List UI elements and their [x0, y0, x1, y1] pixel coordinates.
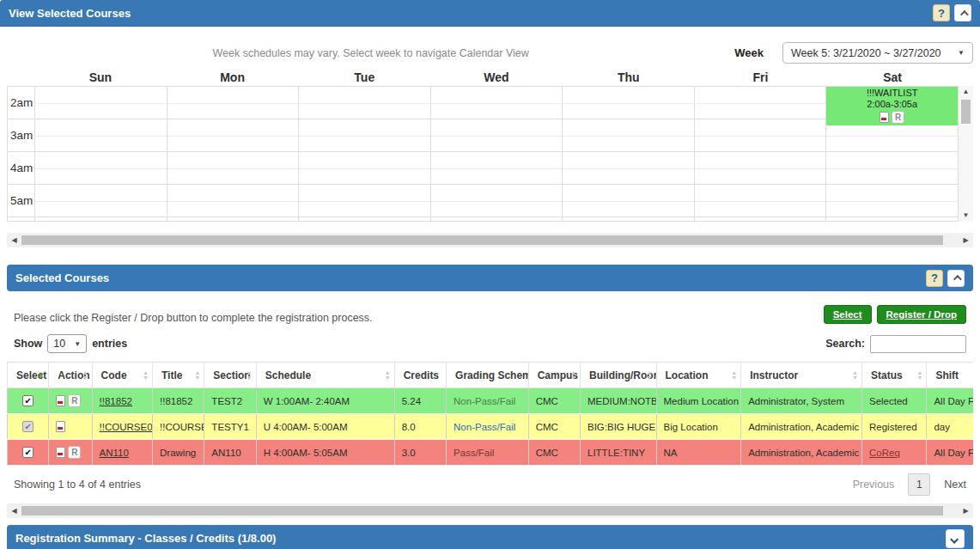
column-header-section[interactable]: Section▲▼	[204, 363, 256, 388]
calendar-cell-mon[interactable]	[167, 119, 300, 152]
calendar-vertical-scrollbar[interactable]: ▲ ▼	[959, 86, 973, 222]
calendar-cell-sun[interactable]	[35, 119, 167, 152]
section-cell: TEST2	[204, 388, 256, 414]
calendar-cell-mon[interactable]	[167, 217, 300, 222]
calendar-horizontal-scrollbar[interactable]: ◀ ▶	[7, 233, 973, 247]
column-header-credits[interactable]: Credits	[394, 363, 446, 388]
row-checkbox[interactable]: ✔	[22, 395, 33, 406]
scroll-right-icon[interactable]: ▶	[959, 505, 973, 517]
help-button[interactable]: ?	[933, 4, 950, 21]
drop-document-icon[interactable]	[56, 447, 65, 458]
calendar-cell-thu[interactable]	[563, 152, 695, 185]
scroll-left-icon[interactable]: ◀	[7, 235, 21, 247]
calendar-cell-sat[interactable]	[826, 217, 959, 222]
column-header-grading-scheme[interactable]: Grading Scheme	[447, 363, 529, 388]
grading-scheme-link[interactable]: Non-Pass/Fail	[453, 422, 515, 432]
previous-page-button[interactable]: Previous	[853, 479, 895, 491]
next-page-button[interactable]: Next	[944, 479, 966, 491]
calendar-cell-fri[interactable]	[695, 152, 827, 185]
calendar-cell-sat[interactable]	[826, 152, 959, 185]
scroll-down-icon[interactable]: ▼	[959, 210, 973, 222]
calendar-cell-fri[interactable]	[695, 185, 827, 217]
calendar-cell-fri[interactable]	[695, 119, 827, 152]
calendar-cell-mon[interactable]	[167, 152, 300, 185]
calendar-cell-mon[interactable]	[167, 87, 300, 119]
calendar-cell-sun[interactable]	[35, 87, 167, 119]
sort-down-icon: ▼	[143, 375, 149, 381]
row-checkbox[interactable]: ✔	[22, 447, 33, 458]
grading-scheme-link[interactable]: Non-Pass/Fail	[453, 396, 515, 406]
drop-document-icon[interactable]	[56, 395, 65, 406]
course-code-link[interactable]: AN110	[100, 448, 129, 458]
calendar-cell-tue[interactable]	[299, 87, 431, 119]
page-number-button[interactable]: 1	[908, 473, 930, 496]
column-header-schedule[interactable]: Schedule▲▼	[256, 363, 394, 388]
calendar-cell-fri[interactable]	[695, 87, 827, 119]
scroll-up-icon[interactable]: ▲	[959, 86, 973, 98]
entries-per-page-select[interactable]: 10 ▼	[47, 334, 87, 353]
drop-document-icon[interactable]	[56, 421, 65, 432]
course-code-link[interactable]: !!COURSE01	[100, 422, 153, 432]
calendar-cell-thu[interactable]	[563, 119, 695, 152]
chevron-down-icon: ▼	[958, 49, 965, 57]
column-header-status[interactable]: Status▲▼	[861, 363, 926, 388]
register-icon[interactable]: R	[68, 446, 81, 459]
calendar-cell-tue[interactable]	[299, 119, 431, 152]
scrollbar-thumb[interactable]	[21, 506, 943, 515]
collapse-panel-button[interactable]	[954, 4, 971, 21]
calendar-cell-tue[interactable]	[299, 152, 431, 185]
expand-summary-button[interactable]	[946, 529, 965, 548]
calendar-cell-thu[interactable]	[563, 185, 695, 217]
sort-desc-icon: ▼	[37, 371, 45, 380]
column-header-action[interactable]: Action▲▼	[49, 363, 92, 388]
search-input[interactable]	[870, 335, 966, 353]
calendar-cell-sun[interactable]	[35, 217, 167, 222]
scrollbar-thumb[interactable]	[21, 235, 943, 245]
calendar-event-waitlist[interactable]: !!!WAITLIST2:00a-3:05aR	[826, 87, 958, 125]
calendar-cell-fri[interactable]	[695, 217, 827, 222]
status-link[interactable]: CoReq	[869, 448, 900, 458]
sort-down-icon: ▼	[731, 375, 737, 381]
calendar-cell-sun[interactable]	[35, 152, 167, 185]
calendar-cell-sat[interactable]	[826, 185, 959, 217]
select-button[interactable]: Select	[824, 305, 872, 324]
course-code-link[interactable]: !!81852	[100, 396, 132, 406]
calendar-cell-thu[interactable]	[563, 87, 695, 119]
column-header-instructor[interactable]: Instructor▲▼	[741, 363, 862, 388]
chevron-up-icon	[953, 275, 961, 284]
column-header-shift[interactable]: Shift▲▼	[927, 363, 973, 388]
column-header-building-room[interactable]: Building/Room▲▼	[581, 363, 657, 388]
column-header-location[interactable]: Location▲▼	[656, 363, 741, 388]
help-button[interactable]: ?	[926, 270, 943, 287]
column-header-campus[interactable]: Campus▲▼	[528, 363, 580, 388]
scrollbar-thumb[interactable]	[961, 100, 971, 124]
collapse-section-button[interactable]	[947, 270, 965, 287]
calendar-cell-sat[interactable]: !!!WAITLIST2:00a-3:05aR	[826, 87, 959, 119]
calendar-cell-thu[interactable]	[563, 217, 695, 222]
calendar-cell-tue[interactable]	[299, 217, 431, 222]
week-select[interactable]: Week 5: 3/21/2020 ~ 3/27/2020 ▼	[782, 42, 973, 64]
table-horizontal-scrollbar[interactable]: ◀ ▶	[7, 503, 973, 518]
register-icon[interactable]: R	[892, 111, 904, 124]
calendar-section: Week schedules may vary. Select week to …	[0, 27, 980, 247]
calendar-cell-mon[interactable]	[167, 185, 300, 217]
location-cell: NA	[656, 440, 741, 466]
calendar-cell-sun[interactable]	[35, 185, 167, 217]
drop-document-icon[interactable]	[880, 112, 889, 123]
column-header-select[interactable]: Select▼	[8, 363, 49, 388]
instructor-cell: Administration, Academic	[741, 414, 862, 440]
scroll-right-icon[interactable]: ▶	[959, 235, 973, 247]
calendar-cell-wed[interactable]	[431, 217, 563, 222]
calendar-cell-wed[interactable]	[431, 119, 563, 152]
calendar-cell-wed[interactable]	[431, 152, 563, 185]
scroll-left-icon[interactable]: ◀	[7, 505, 21, 517]
column-header-title[interactable]: Title▲▼	[153, 363, 204, 388]
register-icon[interactable]: R	[68, 394, 81, 407]
register-drop-button[interactable]: Register / Drop	[877, 305, 966, 324]
calendar-cell-wed[interactable]	[431, 185, 563, 217]
row-checkbox: ✔	[22, 421, 33, 432]
grading-scheme-link[interactable]: Pass/Fail	[453, 448, 494, 458]
calendar-cell-tue[interactable]	[299, 185, 431, 217]
column-header-code[interactable]: Code▲▼	[92, 363, 152, 388]
calendar-cell-wed[interactable]	[431, 87, 563, 119]
